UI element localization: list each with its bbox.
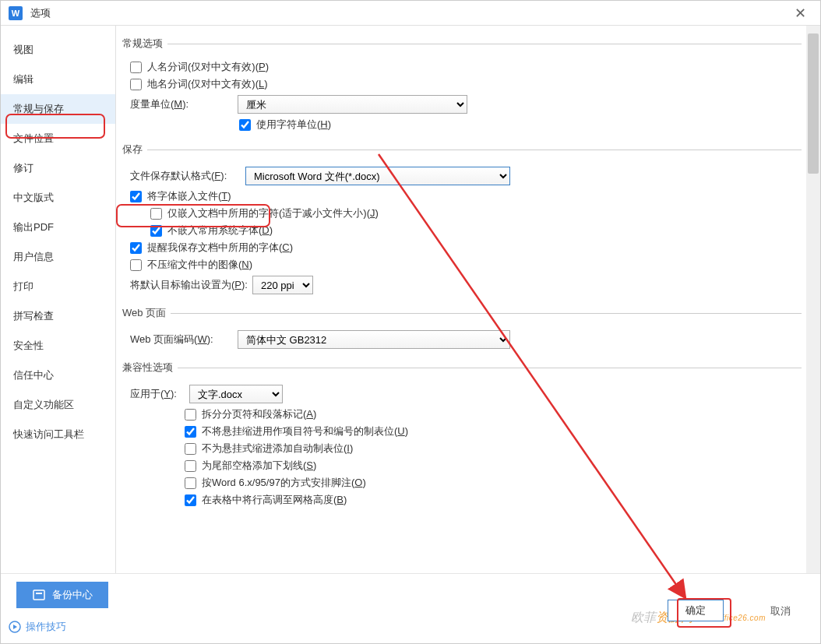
sidebar-item-customize-ribbon[interactable]: 自定义功能区 <box>1 390 115 420</box>
content-scroll[interactable]: 常规选项 人名分词(仅对中文有效)(P) 地名分词(仅对中文有效)(L) 度量单… <box>116 26 820 573</box>
content-area: 常规选项 人名分词(仅对中文有效)(P) 地名分词(仅对中文有效)(L) 度量单… <box>116 26 820 573</box>
sidebar-item-trust[interactable]: 信任中心 <box>1 361 115 390</box>
sidebar-item-user-info[interactable]: 用户信息 <box>1 242 115 272</box>
cancel-button[interactable]: 取消 <box>763 601 798 621</box>
section-web-legend: Web 页面 <box>122 306 171 320</box>
sidebar-item-print[interactable]: 打印 <box>1 272 115 301</box>
sidebar-item-file-location[interactable]: 文件位置 <box>1 124 115 153</box>
titlebar: W 选项 ✕ <box>1 1 820 26</box>
check-embed-used[interactable]: 仅嵌入文档中所用的字符(适于减小文件大小)(J) <box>150 206 802 220</box>
web-encoding-label: Web 页面编码(W): <box>130 333 238 347</box>
tips-link[interactable]: 操作技巧 <box>9 620 66 634</box>
default-format-label: 文件保存默认格式(F): <box>130 169 245 183</box>
sidebar-item-export-pdf[interactable]: 输出PDF <box>1 213 115 242</box>
section-compat: 兼容性选项 应用于(Y): 文字.docx 拆分分页符和段落标记(A) 不将悬挂… <box>124 361 802 510</box>
check-person-name[interactable]: 人名分词(仅对中文有效)(P) <box>130 60 802 74</box>
check-remind-box[interactable] <box>130 242 142 254</box>
backup-icon <box>32 588 46 602</box>
bottom-bar: 备份中心 操作技巧 欧菲资源网 www.office26.com 确定 取消 <box>1 573 820 643</box>
play-icon <box>9 621 21 633</box>
check-remind[interactable]: 提醒我保存文档中所用的字体(C) <box>130 241 802 255</box>
check-no-common[interactable]: 不嵌入常用系统字体(D) <box>150 223 802 238</box>
compat-item-1[interactable]: 不将悬挂缩进用作项目符号和编号的制表位(U) <box>185 424 802 438</box>
scrollbar-track[interactable] <box>806 26 820 573</box>
apply-to-select[interactable]: 文字.docx <box>189 385 283 403</box>
target-ppi-select[interactable]: 220 ppi <box>252 276 313 294</box>
section-general-legend: 常规选项 <box>122 37 167 51</box>
sidebar-item-cn-layout[interactable]: 中文版式 <box>1 183 115 213</box>
sidebar-item-revise[interactable]: 修订 <box>1 153 115 183</box>
apply-to-label: 应用于(Y): <box>130 387 185 401</box>
backup-center-button[interactable]: 备份中心 <box>16 582 108 608</box>
sidebar-item-security[interactable]: 安全性 <box>1 331 115 361</box>
check-place-name[interactable]: 地名分词(仅对中文有效)(L) <box>130 77 802 91</box>
svg-rect-0 <box>33 590 44 600</box>
check-no-compress[interactable]: 不压缩文件中的图像(N) <box>130 258 802 272</box>
compat-item-3[interactable]: 为尾部空格添加下划线(S) <box>185 459 802 473</box>
unit-label: 度量单位(M): <box>130 97 238 111</box>
compat-item-2[interactable]: 不为悬挂式缩进添加自动制表位(I) <box>185 442 802 456</box>
row-apply-to: 应用于(Y): 文字.docx <box>130 385 802 403</box>
compat-item-4[interactable]: 按Word 6.x/95/97的方式安排脚注(O) <box>185 476 802 490</box>
scrollbar-thumb[interactable] <box>808 33 819 174</box>
check-embed-font-box[interactable] <box>130 191 142 202</box>
row-unit: 度量单位(M): 厘米 <box>130 95 802 114</box>
svg-rect-1 <box>36 593 42 594</box>
title-text: 选项 <box>30 6 51 20</box>
close-icon[interactable]: ✕ <box>788 5 812 22</box>
unit-select[interactable]: 厘米 <box>238 95 467 114</box>
section-save-legend: 保存 <box>122 143 147 157</box>
ok-button[interactable]: 确定 <box>668 600 724 621</box>
row-web-encoding: Web 页面编码(W): 简体中文 GB2312 <box>130 330 802 349</box>
sidebar-item-view[interactable]: 视图 <box>1 35 115 65</box>
section-compat-legend: 兼容性选项 <box>122 361 178 375</box>
web-encoding-select[interactable]: 简体中文 GB2312 <box>238 330 510 349</box>
target-ppi-label: 将默认目标输出设置为(P): <box>130 278 248 292</box>
dialog-body: 视图 编辑 常规与保存 文件位置 修订 中文版式 输出PDF 用户信息 打印 拼… <box>1 26 820 573</box>
section-web: Web 页面 Web 页面编码(W): 简体中文 GB2312 <box>124 306 802 353</box>
check-embed-font[interactable]: 将字体嵌入文件(T) <box>130 189 802 203</box>
sidebar-item-spell[interactable]: 拼写检查 <box>1 301 115 331</box>
sidebar-item-general-save[interactable]: 常规与保存 <box>1 94 115 124</box>
check-no-common-box[interactable] <box>150 225 162 237</box>
compat-item-0[interactable]: 拆分分页符和段落标记(A) <box>185 407 802 421</box>
check-place-name-box[interactable] <box>130 79 142 90</box>
row-default-format: 文件保存默认格式(F): Microsoft Word 文件(*.docx) <box>130 167 802 185</box>
section-general: 常规选项 人名分词(仅对中文有效)(P) 地名分词(仅对中文有效)(L) 度量单… <box>124 37 802 135</box>
check-char-unit-box[interactable] <box>239 119 251 131</box>
check-char-unit[interactable]: 使用字符单位(H) <box>239 118 802 132</box>
svg-marker-3 <box>13 625 17 629</box>
check-person-name-box[interactable] <box>130 62 142 73</box>
options-dialog: W 选项 ✕ 视图 编辑 常规与保存 文件位置 修订 中文版式 输出PDF 用户… <box>0 0 821 644</box>
app-icon: W <box>9 6 23 20</box>
check-no-compress-box[interactable] <box>130 259 142 271</box>
section-save: 保存 文件保存默认格式(F): Microsoft Word 文件(*.docx… <box>124 143 802 298</box>
default-format-select[interactable]: Microsoft Word 文件(*.docx) <box>245 167 510 185</box>
row-target-ppi: 将默认目标输出设置为(P): 220 ppi <box>130 276 802 294</box>
sidebar-item-qat[interactable]: 快速访问工具栏 <box>1 420 115 449</box>
sidebar: 视图 编辑 常规与保存 文件位置 修订 中文版式 输出PDF 用户信息 打印 拼… <box>1 26 116 573</box>
sidebar-item-edit[interactable]: 编辑 <box>1 65 115 94</box>
compat-item-5[interactable]: 在表格中将行高调至网格高度(B) <box>185 493 802 507</box>
check-embed-used-box[interactable] <box>150 208 162 220</box>
